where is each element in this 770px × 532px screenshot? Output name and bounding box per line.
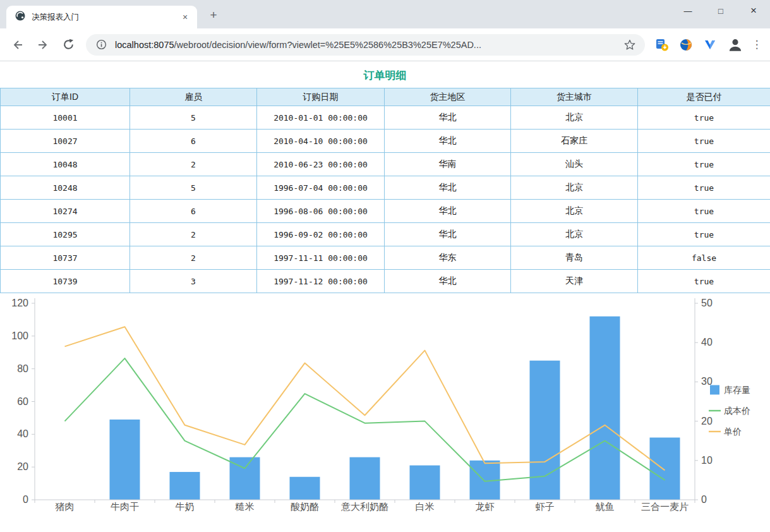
bar-鱿鱼[interactable] bbox=[590, 317, 620, 500]
left-axis-tick: 120 bbox=[11, 298, 28, 308]
bar-三合一麦片[interactable] bbox=[650, 438, 680, 500]
tab-favicon bbox=[15, 11, 25, 23]
legend-label-库存量[interactable]: 库存量 bbox=[724, 385, 750, 395]
tab-close-icon[interactable]: × bbox=[179, 11, 191, 23]
table-row: 1027461996-08-06 00:00:00华北北京true bbox=[1, 200, 770, 223]
x-axis-label: 意大利奶酪 bbox=[340, 501, 388, 512]
table-cell: 10048 bbox=[1, 153, 130, 176]
order-table-header-row: 订单ID雇员订购日期货主地区货主城市是否已付 bbox=[1, 88, 770, 106]
site-info-icon[interactable] bbox=[93, 37, 109, 52]
bar-白米[interactable] bbox=[410, 466, 440, 500]
table-cell: true bbox=[638, 176, 770, 200]
page-title: 订单明细 bbox=[0, 61, 770, 88]
tab-title: 决策报表入门 bbox=[32, 12, 179, 23]
table-cell: true bbox=[638, 270, 770, 293]
table-cell: 10027 bbox=[1, 130, 130, 153]
product-chart: 猪肉牛肉干牛奶糙米酸奶酪意大利奶酪白米龙虾虾子鱿鱼三合一麦片0204060801… bbox=[0, 293, 770, 527]
table-row: 1029521996-09-02 00:00:00华北北京true bbox=[1, 223, 770, 246]
table-cell: 10248 bbox=[1, 176, 130, 200]
legend-label-成本价[interactable]: 成本价 bbox=[724, 406, 750, 416]
extension-v-icon[interactable] bbox=[701, 36, 719, 54]
table-cell: 1997-11-12 00:00:00 bbox=[257, 270, 385, 293]
extension-globe-icon[interactable] bbox=[677, 36, 695, 54]
table-cell: 2 bbox=[130, 223, 257, 246]
bar-牛肉干[interactable] bbox=[110, 420, 140, 500]
table-cell: 2010-06-23 00:00:00 bbox=[257, 153, 385, 176]
url-path: /webroot/decision/view/form?viewlet=%25E… bbox=[174, 40, 481, 50]
left-axis-tick: 40 bbox=[17, 428, 28, 439]
forward-button[interactable] bbox=[32, 33, 54, 56]
x-axis-label: 龙虾 bbox=[476, 501, 495, 512]
bar-虾子[interactable] bbox=[530, 361, 560, 500]
bookmark-star-icon[interactable] bbox=[622, 37, 637, 52]
table-cell: 1996-09-02 00:00:00 bbox=[257, 223, 385, 246]
x-axis-label: 虾子 bbox=[536, 501, 555, 512]
x-axis-label: 牛奶 bbox=[176, 501, 195, 512]
table-cell: 1997-11-11 00:00:00 bbox=[257, 246, 385, 270]
column-header: 货主城市 bbox=[511, 88, 638, 106]
column-header: 订购日期 bbox=[257, 88, 385, 106]
x-axis-label: 糙米 bbox=[235, 501, 255, 512]
table-cell: false bbox=[638, 246, 770, 270]
x-axis-label: 猪肉 bbox=[56, 501, 75, 512]
table-cell: true bbox=[638, 200, 770, 223]
order-table-body: 1000152010-01-01 00:00:00华北北京true1002762… bbox=[1, 106, 770, 293]
bar-酸奶酪[interactable] bbox=[290, 477, 320, 500]
table-cell: 华北 bbox=[385, 106, 511, 130]
table-cell: 2 bbox=[130, 153, 257, 176]
browser-tab[interactable]: 决策报表入门 × bbox=[6, 6, 197, 28]
table-row: 1073931997-11-12 00:00:00华北天津true bbox=[1, 270, 770, 293]
forward-arrow-icon bbox=[37, 39, 49, 51]
right-axis-tick: 40 bbox=[701, 337, 713, 348]
table-cell: true bbox=[638, 106, 770, 130]
left-axis-tick: 0 bbox=[23, 494, 28, 505]
right-axis-tick: 10 bbox=[701, 455, 713, 466]
table-cell: 北京 bbox=[511, 223, 638, 246]
x-axis-label: 酸奶酪 bbox=[291, 501, 319, 512]
window-controls: — □ × bbox=[671, 0, 770, 21]
table-cell: 6 bbox=[130, 130, 257, 153]
table-cell: 北京 bbox=[511, 106, 638, 130]
table-cell: 10274 bbox=[1, 200, 130, 223]
table-cell: 北京 bbox=[511, 176, 638, 200]
x-axis-label: 牛肉干 bbox=[111, 501, 139, 512]
address-bar[interactable]: localhost:8075/webroot/decision/view/for… bbox=[86, 34, 645, 56]
table-cell: 10739 bbox=[1, 270, 130, 293]
table-cell: 汕头 bbox=[511, 153, 638, 176]
url-host: localhost:8075 bbox=[115, 40, 174, 50]
profile-avatar[interactable] bbox=[726, 35, 745, 54]
browser-menu-icon[interactable]: ⋮ bbox=[749, 35, 765, 54]
browser-toolbar: localhost:8075/webroot/decision/view/for… bbox=[0, 28, 770, 61]
table-cell: 3 bbox=[130, 270, 257, 293]
window-minimize-button[interactable]: — bbox=[671, 0, 704, 21]
table-cell: 1996-07-04 00:00:00 bbox=[257, 176, 385, 200]
refresh-icon bbox=[63, 39, 75, 51]
extension-download-icon[interactable] bbox=[653, 36, 671, 54]
legend-label-单价[interactable]: 单价 bbox=[724, 426, 742, 437]
bar-意大利奶酪[interactable] bbox=[350, 457, 380, 500]
left-axis-tick: 80 bbox=[17, 363, 28, 374]
chart-canvas: 猪肉牛肉干牛奶糙米酸奶酪意大利奶酪白米龙虾虾子鱿鱼三合一麦片0204060801… bbox=[0, 293, 770, 527]
bar-牛奶[interactable] bbox=[170, 472, 200, 500]
browser-window: 决策报表入门 × + — □ × bbox=[0, 0, 770, 532]
order-table: 订单ID雇员订购日期货主地区货主城市是否已付 1000152010-01-01 … bbox=[0, 88, 770, 293]
table-cell: 1996-08-06 00:00:00 bbox=[257, 200, 385, 223]
table-cell: 10001 bbox=[1, 106, 130, 130]
table-cell: 2010-01-01 00:00:00 bbox=[257, 106, 385, 130]
table-cell: 10295 bbox=[1, 223, 130, 246]
table-cell: 华北 bbox=[385, 223, 511, 246]
table-cell: 华北 bbox=[385, 270, 511, 293]
table-row: 1000152010-01-01 00:00:00华北北京true bbox=[1, 106, 770, 130]
legend-swatch-库存量[interactable] bbox=[710, 385, 719, 395]
table-cell: true bbox=[638, 130, 770, 153]
new-tab-button[interactable]: + bbox=[205, 6, 222, 24]
right-axis-tick: 50 bbox=[701, 298, 713, 308]
refresh-button[interactable] bbox=[57, 33, 80, 56]
table-cell: true bbox=[638, 153, 770, 176]
window-maximize-button[interactable]: □ bbox=[704, 0, 737, 21]
table-cell: 6 bbox=[130, 200, 257, 223]
window-close-button[interactable]: × bbox=[737, 0, 770, 21]
right-axis-tick: 20 bbox=[701, 416, 713, 426]
back-button[interactable] bbox=[6, 33, 29, 56]
table-row: 1024851996-07-04 00:00:00华北北京true bbox=[1, 176, 770, 200]
